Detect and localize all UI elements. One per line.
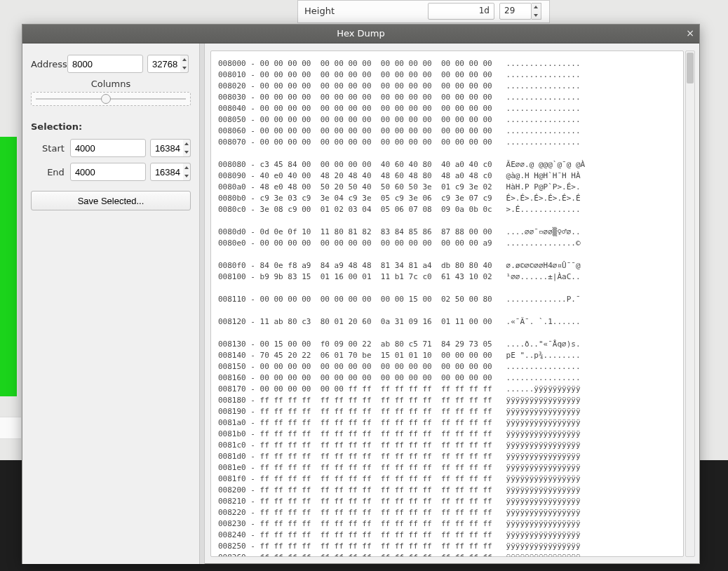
- vertical-scrollbar[interactable]: [685, 51, 695, 557]
- height-stepper-arrows[interactable]: [532, 3, 541, 20]
- end-label: End: [31, 167, 70, 177]
- columns-slider[interactable]: [31, 92, 191, 106]
- start-hex-input[interactable]: [70, 139, 146, 157]
- hex-dump-dialog: Hex Dump × Address Columns Selection: St…: [22, 24, 700, 564]
- address-hex-input[interactable]: [67, 55, 143, 73]
- address-dec-input[interactable]: [147, 55, 182, 73]
- dialog-titlebar[interactable]: Hex Dump ×: [22, 25, 699, 43]
- split-resizer[interactable]: [199, 43, 205, 564]
- dialog-title: Hex Dump: [337, 28, 385, 39]
- hex-view[interactable]: 008000 - 00 00 00 00 00 00 00 00 00 00 0…: [210, 51, 684, 557]
- slider-thumb[interactable]: [101, 94, 111, 104]
- columns-label: Columns: [31, 79, 191, 89]
- background-green-strip: [0, 137, 17, 396]
- close-icon[interactable]: ×: [684, 27, 696, 40]
- start-label: Start: [31, 143, 70, 154]
- start-dec-input[interactable]: [150, 139, 185, 157]
- save-selected-button[interactable]: Save Selected...: [31, 191, 191, 210]
- controls-panel: Address Columns Selection: Start End: [22, 43, 199, 564]
- end-hex-input[interactable]: [70, 163, 146, 181]
- address-stepper[interactable]: [180, 55, 189, 73]
- hex-area: 008000 - 00 00 00 00 00 00 00 00 00 00 0…: [205, 43, 699, 564]
- end-stepper[interactable]: [183, 163, 191, 181]
- end-dec-input[interactable]: [150, 163, 185, 181]
- height-hex-input[interactable]: 1d: [428, 3, 494, 20]
- background-mid-strip: [0, 417, 21, 439]
- height-label: Height: [304, 6, 335, 16]
- scrollbar-thumb[interactable]: [687, 53, 694, 83]
- selection-heading: Selection:: [31, 121, 191, 132]
- start-stepper[interactable]: [183, 139, 191, 157]
- height-dec-input[interactable]: 29: [499, 3, 532, 20]
- address-label: Address: [31, 59, 67, 69]
